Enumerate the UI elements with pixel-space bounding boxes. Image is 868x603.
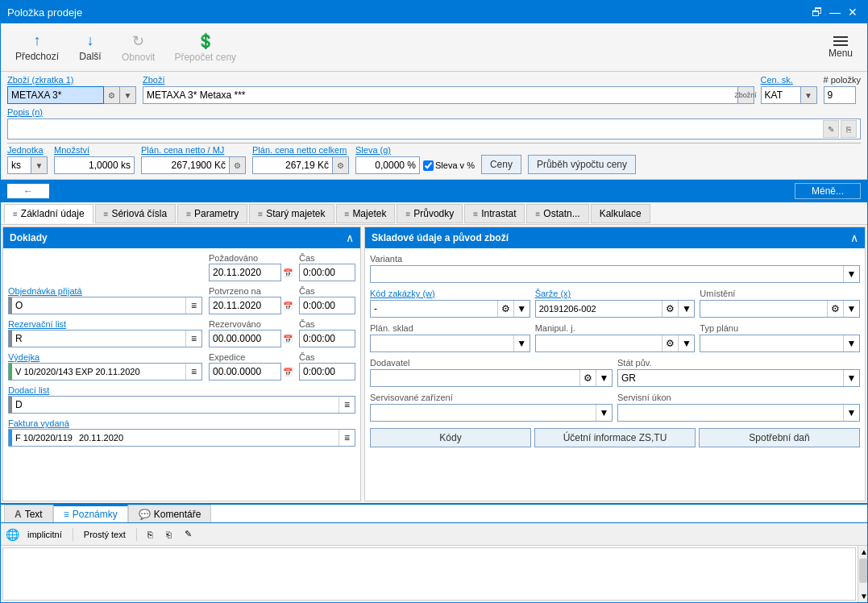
tab-pruvodky[interactable]: ≡ Průvodky — [397, 204, 463, 223]
sarze-dropdown[interactable]: ▼ — [678, 301, 694, 317]
typ-planu-dropdown[interactable]: ▼ — [843, 335, 859, 351]
umisteni-dropdown[interactable]: ▼ — [843, 301, 859, 317]
plancena2-label[interactable]: Plán. cena netto celkem — [252, 145, 349, 155]
potvrzeno-input[interactable] — [209, 297, 281, 314]
vydejka-btn[interactable]: ≡ — [185, 364, 201, 380]
calendar-icon4[interactable]: 📅 — [283, 368, 293, 376]
implicit-btn[interactable]: implicitní — [23, 528, 66, 541]
tab-intrastat[interactable]: ≡ Intrastat — [464, 204, 525, 223]
cas2-input[interactable] — [299, 297, 355, 314]
plancena2-input[interactable] — [252, 156, 333, 174]
popis-edit-btn[interactable]: ✎ — [823, 120, 839, 138]
calendar-icon3[interactable]: 📅 — [283, 335, 293, 343]
zbozi-dropdown-btn[interactable]: ▼ — [120, 86, 136, 104]
rezervacni-btn[interactable]: ≡ — [185, 331, 201, 347]
faktura-btn[interactable]: ≡ — [338, 430, 355, 446]
tab-seriova[interactable]: ≡ Sériová čísla — [95, 204, 177, 223]
plancena-input[interactable] — [141, 156, 230, 174]
restore-button[interactable]: 🗗 — [809, 4, 825, 20]
zbozi-label-btn[interactable]: Zbožní — [738, 86, 754, 104]
copy-btn[interactable]: ⎘ — [143, 528, 157, 541]
cen-sk-label[interactable]: Cen. sk. — [761, 75, 817, 85]
tab-parametry[interactable]: ≡ Parametry — [177, 204, 247, 223]
sarze-settings-btn[interactable]: ⚙ — [662, 301, 678, 317]
scrollbar[interactable]: ▲ ▼ — [858, 546, 867, 602]
zbozi-label1[interactable]: Zboží (zkratka 1) — [7, 75, 136, 85]
recalc-button[interactable]: 💲 Přepočet ceny — [166, 29, 244, 66]
varianta-dropdown[interactable]: ▼ — [843, 266, 859, 282]
close-button[interactable]: ✕ — [845, 4, 861, 20]
expedice-input[interactable] — [209, 363, 281, 381]
zbozi-label2[interactable]: Zboží — [143, 75, 754, 85]
prev-button[interactable]: ↑ Předchozí — [7, 29, 67, 66]
dodaci-btn[interactable]: ≡ — [338, 397, 355, 413]
tab-komentare[interactable]: 💬 Komentáře — [128, 505, 212, 522]
tab-stary[interactable]: ≡ Starý majetek — [249, 204, 334, 223]
sleva-label[interactable]: Sleva (g) — [355, 145, 475, 155]
jednotka-input[interactable] — [7, 156, 31, 174]
kody-button[interactable]: Kódy — [370, 428, 531, 447]
jednotka-label[interactable]: Jednotka — [7, 145, 48, 155]
cen-sk-input[interactable] — [761, 86, 801, 104]
tab-zakladni[interactable]: ≡ Základní údaje — [4, 204, 93, 223]
scroll-up[interactable]: ▲ — [858, 546, 867, 558]
moins-btn[interactable]: Méně... — [795, 183, 861, 199]
popis-label[interactable]: Popis (n) — [7, 107, 861, 117]
zbozi-input1[interactable] — [7, 86, 104, 104]
plain-text-btn[interactable]: Prostý text — [80, 528, 130, 541]
menu-button[interactable]: Menu — [820, 33, 861, 62]
tab-poznamky[interactable]: ≡ Poznámky — [53, 505, 128, 522]
plan-sklad-dropdown[interactable]: ▼ — [513, 335, 530, 351]
prubeh-button[interactable]: Průběh výpočtu ceny — [528, 155, 636, 174]
skladove-collapse-btn[interactable]: ∧ — [850, 231, 858, 244]
plancena-icon-btn[interactable]: ⚙ — [230, 156, 246, 174]
dodavatel-dropdown[interactable]: ▼ — [596, 370, 612, 386]
typ-planu-input-wrapper: ▼ — [700, 335, 860, 352]
cas3-input[interactable] — [299, 330, 355, 347]
tab-kalkulace[interactable]: Kalkulace — [591, 204, 650, 223]
sleva-checkbox[interactable] — [423, 160, 434, 171]
cen-sk-dropdown[interactable]: ▼ — [801, 86, 817, 104]
objednavka-btn[interactable]: ≡ — [185, 297, 201, 314]
tab-text[interactable]: A Text — [4, 505, 53, 522]
next-button[interactable]: ↓ Další — [70, 29, 110, 66]
calendar-icon2[interactable]: 📅 — [283, 302, 293, 310]
manipul-settings-btn[interactable]: ⚙ — [662, 335, 678, 351]
edit-btn[interactable]: ✎ — [181, 527, 196, 541]
calendar-icon1[interactable]: 📅 — [283, 268, 293, 277]
zbozi-search-btn[interactable]: ⚙ — [104, 86, 120, 104]
servisovane-dropdown[interactable]: ▼ — [596, 405, 612, 421]
jednotka-dropdown[interactable]: ▼ — [31, 156, 48, 174]
scroll-thumb[interactable] — [859, 559, 867, 583]
servisni-dropdown[interactable]: ▼ — [843, 405, 859, 421]
kod-dropdown[interactable]: ▼ — [513, 301, 530, 317]
sleva-input[interactable] — [355, 156, 420, 174]
dodavatel-settings-btn[interactable]: ⚙ — [579, 370, 596, 386]
plancena2-icon-btn[interactable]: ⚙ — [333, 156, 349, 174]
manipul-dropdown[interactable]: ▼ — [678, 335, 694, 351]
ucetni-button[interactable]: Účetní informace ZS,TU — [534, 428, 696, 447]
mnozstvi-label[interactable]: Množství — [54, 145, 135, 155]
doklady-collapse-btn[interactable]: ∧ — [346, 231, 354, 244]
zbozi-input2[interactable] — [143, 86, 738, 104]
kod-settings-btn[interactable]: ⚙ — [497, 301, 513, 317]
rezervovano-input[interactable] — [209, 330, 281, 347]
refresh-button[interactable]: ↻ Obnovit — [114, 29, 163, 66]
mnozstvi-input[interactable] — [54, 156, 135, 174]
popis-copy-btn[interactable]: ⎘ — [841, 120, 857, 138]
tab-majetek[interactable]: ≡ Majetek — [336, 204, 396, 223]
ceny-button[interactable]: Ceny — [481, 155, 521, 174]
minimize-button[interactable]: — — [827, 4, 843, 20]
scroll-down[interactable]: ▼ — [858, 590, 867, 602]
plancena-label[interactable]: Plán. cena netto / MJ — [141, 145, 246, 155]
stat-dropdown[interactable]: ▼ — [843, 370, 859, 386]
paste-btn[interactable]: ⎗ — [162, 528, 176, 541]
spotrebni-button[interactable]: Spotřební daň — [699, 428, 860, 447]
umisteni-settings-btn[interactable]: ⚙ — [827, 301, 843, 317]
tab-ostatni[interactable]: ≡ Ostatn... — [526, 204, 588, 223]
cas1-input[interactable] — [299, 264, 355, 281]
arrow-left-btn[interactable]: ← — [7, 184, 49, 198]
text-area[interactable] — [2, 547, 856, 601]
pozadovano-input[interactable] — [209, 264, 281, 281]
cas4-input[interactable] — [299, 363, 355, 381]
